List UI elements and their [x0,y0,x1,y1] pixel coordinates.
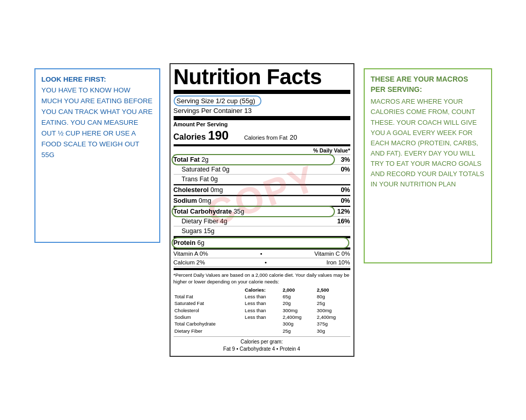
left-text: LOOK HERE FIRST: YOU HAVE TO KNOW HOW MU… [42,74,153,160]
amount-per-serving: Amount Per Serving [174,121,350,127]
row-label: Sugars 15g [174,227,215,235]
serving-size-label: Serving Size [177,97,214,105]
dot-separator: • [265,259,267,265]
nutrition-row: Sodium 0mg0% [174,195,350,206]
nutrition-row: Total Carbohydrate 35g12% [174,206,350,217]
nutrition-rows: Total Fat 2g3%Saturated Fat 0g0%Trans Fa… [174,155,350,250]
vitamin-name2: Vitamin C 0% [314,251,350,257]
calories-per-gram-label: Calories per gram: [240,339,283,345]
right-info-box: THESE ARE YOUR MACROS PER SERVING: MACRO… [364,68,492,263]
row-label: Sodium 0mg [174,197,212,204]
vitamin-name: Vitamin A 0% [174,251,209,257]
dv-header: % Daily Value* [174,146,350,155]
calories-row: Calories 190 Calories from Fat 20 [174,127,350,146]
footnote-table: Calories:2,0002,500Total FatLess than65g… [174,287,350,334]
calories-per-gram-values: Fat 9 • Carbohydrate 4 • Protein 4 [223,346,300,352]
footnote-text: *Percent Daily Values are based on a 2,0… [174,272,350,284]
row-pct: 0% [341,186,350,194]
vitamin-name2: Iron 10% [326,259,350,265]
vitamin-name: Calcium 2% [174,259,205,265]
row-label: Saturated Fat 0g [174,166,230,173]
nutrition-row: Total Fat 2g3% [174,155,350,165]
left-bold-label: LOOK HERE FIRST: [42,75,106,83]
left-body-text: YOU HAVE TO KNOW HOW MUCH YOU ARE EATING… [42,86,153,159]
calories-from-fat-group: Calories from Fat 20 [244,132,297,142]
nutrition-title: Nutrition Facts [174,66,350,94]
calories-label: Calories [174,132,206,141]
vitamin-row: Vitamin A 0%•Vitamin C 0% [174,250,350,258]
vitamin-row: Calcium 2%•Iron 10% [174,258,350,267]
row-pct: 16% [337,218,350,225]
nutrition-row: Trans Fat 0g [174,175,350,184]
nutrition-label: COPY Nutrition Facts Serving Size 1/2 cu… [170,63,354,357]
calories-from-fat-label: Calories from Fat [244,135,287,141]
right-bold-label: THESE ARE YOUR MACROS PER SERVING: [371,74,485,94]
calories-per-gram: Calories per gram: Fat 9 • Carbohydrate … [174,336,350,353]
vitamins-section: Vitamin A 0%•Vitamin C 0%Calcium 2%•Iron… [174,250,350,267]
nutrition-row: Sugars 15g [174,226,350,236]
footnote-section: *Percent Daily Values are based on a 2,0… [174,268,350,353]
row-label: Total Carbohydrate 35g [174,208,245,215]
nutrition-row: Saturated Fat 0g0% [174,165,350,175]
row-label: Cholesterol 0mg [174,186,223,194]
row-label: Dietary Fiber 4g [174,218,228,225]
calories-value: 190 [208,128,229,142]
row-label: Total Fat 2g [174,156,209,163]
page-wrapper: LOOK HERE FIRST: YOU HAVE TO KNOW HOW MU… [6,53,520,367]
row-pct: 0% [341,166,350,173]
nutrition-row: Protein 6g [174,236,350,250]
nutrition-row: Dietary Fiber 4g16% [174,217,350,226]
nutrition-row: Cholesterol 0mg0% [174,184,350,195]
row-pct: 3% [341,156,350,163]
row-pct: 0% [341,197,350,204]
dot-separator: • [260,251,262,257]
servings-per-container: Servings Per Container 13 [174,107,350,120]
row-label: Protein 6g [174,239,204,246]
right-body-text: MACROS ARE WHERE YOUR CALORIES COME FROM… [371,97,485,189]
serving-size-oval: Serving Size 1/2 cup (55g) [174,96,261,106]
calories-label-group: Calories 190 [174,128,229,143]
row-label: Trans Fat 0g [174,176,218,183]
calories-from-fat-value: 20 [290,133,297,141]
serving-size-value: 1/2 cup (55g) [216,97,255,105]
serving-size-row: Serving Size 1/2 cup (55g) [174,95,350,107]
left-info-box: LOOK HERE FIRST: YOU HAVE TO KNOW HOW MU… [34,68,160,243]
row-pct: 12% [337,208,350,215]
